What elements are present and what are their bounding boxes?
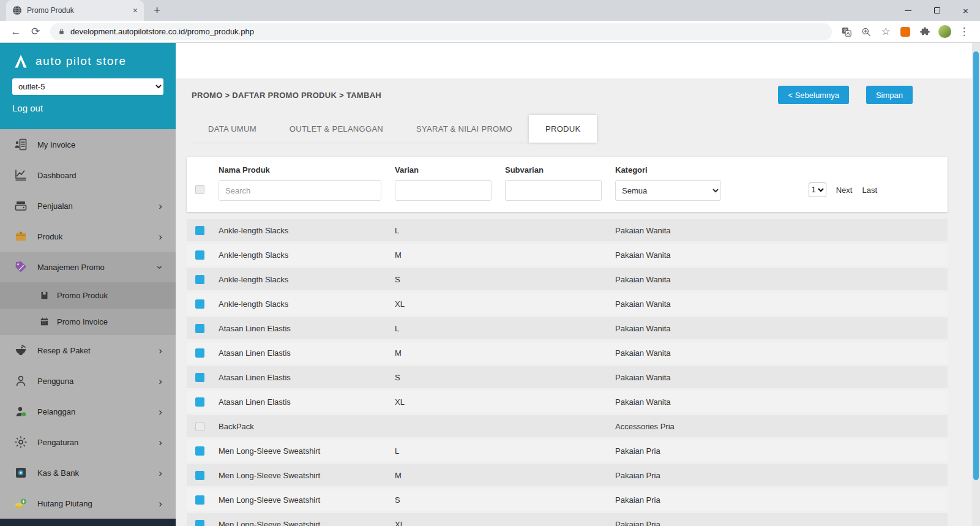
sidebar-item-dashboard[interactable]: Dashboard xyxy=(0,160,176,190)
sidebar-subitem-promo-invoice[interactable]: Promo Invoice xyxy=(0,309,176,335)
customers-icon xyxy=(13,404,28,419)
subvarian-input[interactable] xyxy=(505,180,602,201)
profile-avatar[interactable] xyxy=(935,25,954,38)
table-row[interactable]: Atasan Linen ElastisSPakaian Wanita xyxy=(187,366,948,388)
row-checkbox[interactable] xyxy=(195,373,204,382)
page-scrollbar[interactable] xyxy=(972,43,980,526)
sidebar-item-penjualan[interactable]: Penjualan› xyxy=(0,190,176,221)
cell-varian: M xyxy=(395,471,505,480)
dashboard-icon xyxy=(13,168,28,182)
cell-name: Ankle-length Slacks xyxy=(219,226,395,235)
cell-kategori: Pakaian Pria xyxy=(615,446,948,456)
sidebar-item-label: Pengguna xyxy=(37,377,73,386)
table-row[interactable]: Men Long-Sleeve SweatshirtMPakaian Pria xyxy=(187,464,948,486)
table-row[interactable]: BackPackAccessories Pria xyxy=(187,415,948,437)
translate-icon[interactable] xyxy=(837,26,856,37)
cell-varian: XL xyxy=(395,299,505,309)
new-tab-button[interactable]: + xyxy=(154,4,160,17)
cell-name: Ankle-length Slacks xyxy=(219,275,395,284)
window-minimize-button[interactable] xyxy=(894,0,922,21)
chevron-down-icon: › xyxy=(155,266,166,269)
save-button[interactable]: Simpan xyxy=(866,86,913,104)
cell-name: Men Long-Sleeve Sweatshirt xyxy=(219,446,395,456)
sidebar-item-manajemen-promo[interactable]: Manajemen Promo› xyxy=(0,252,176,282)
table-row[interactable]: Men Long-Sleeve SweatshirtLPakaian Pria xyxy=(187,440,948,462)
table-row[interactable]: Ankle-length SlacksMPakaian Wanita xyxy=(187,244,948,266)
table-row[interactable]: Men Long-Sleeve SweatshirtXLPakaian Pria xyxy=(187,513,948,526)
chevron-right-icon: › xyxy=(159,468,162,478)
sidebar-item-produk[interactable]: Produk› xyxy=(0,221,176,252)
address-bar[interactable]: development.autopilotstore.co.id/promo_p… xyxy=(50,23,832,40)
cell-varian: S xyxy=(395,495,505,505)
zoom-icon[interactable] xyxy=(856,26,876,37)
row-checkbox[interactable] xyxy=(195,471,204,480)
tab-produk[interactable]: PRODUK xyxy=(529,115,597,143)
row-checkbox[interactable] xyxy=(195,422,204,431)
sidebar-subitem-promo-produk[interactable]: Promo Produk xyxy=(0,282,176,309)
chevron-right-icon: › xyxy=(159,201,162,211)
table-row[interactable]: Men Long-Sleeve SweatshirtSPakaian Pria xyxy=(187,489,948,511)
row-checkbox[interactable] xyxy=(195,495,204,505)
sidebar-item-pengguna[interactable]: Pengguna› xyxy=(0,366,176,396)
row-checkbox[interactable] xyxy=(195,348,204,358)
row-checkbox[interactable] xyxy=(195,226,204,235)
table-row[interactable]: Atasan Linen ElastisLPakaian Wanita xyxy=(187,317,948,339)
table-row[interactable]: Ankle-length SlacksSPakaian Wanita xyxy=(187,268,948,290)
row-checkbox[interactable] xyxy=(195,446,204,456)
browser-menu-icon[interactable]: ⋮ xyxy=(954,25,974,38)
sidebar-item-pengaturan[interactable]: Pengaturan› xyxy=(0,427,176,457)
reload-button[interactable]: ⟳ xyxy=(26,25,45,38)
main-content: PROMO > DAFTAR PROMO PRODUK > TAMBAH < S… xyxy=(176,43,980,526)
row-checkbox[interactable] xyxy=(195,520,204,526)
cell-kategori: Pakaian Wanita xyxy=(615,275,948,284)
row-checkbox[interactable] xyxy=(195,250,204,260)
bookmark-star-icon[interactable]: ☆ xyxy=(876,25,896,38)
cell-varian: L xyxy=(395,446,505,456)
row-checkbox[interactable] xyxy=(195,324,204,333)
table-row[interactable]: Ankle-length SlacksLPakaian Wanita xyxy=(187,219,948,241)
scrollbar-thumb[interactable] xyxy=(973,51,979,480)
chevron-right-icon: › xyxy=(159,376,162,386)
next-page-link[interactable]: Next xyxy=(836,186,853,195)
sidebar-item-hutang-piutang[interactable]: Hutang Piutang› xyxy=(0,488,176,519)
table-row[interactable]: Ankle-length SlacksXLPakaian Wanita xyxy=(187,293,948,315)
subvarian-label: Subvarian xyxy=(505,165,615,175)
sidebar-item-label: My Invoice xyxy=(37,140,75,149)
sidebar-item-resep-paket[interactable]: Resep & Paket› xyxy=(0,335,176,366)
cell-kategori: Pakaian Wanita xyxy=(615,348,948,358)
sidebar-item-kas-bank[interactable]: Kas & Bank› xyxy=(0,457,176,488)
tab-title: Promo Produk xyxy=(27,6,128,15)
cell-name: Men Long-Sleeve Sweatshirt xyxy=(219,471,395,480)
extension-orange-icon[interactable] xyxy=(896,27,915,37)
tab-syarat-nilai-promo[interactable]: SYARAT & NILAI PROMO xyxy=(400,115,529,143)
window-maximize-button[interactable] xyxy=(922,0,951,21)
varian-input[interactable] xyxy=(395,180,492,201)
sidebar-item-my-invoice[interactable]: My Invoice xyxy=(0,129,176,160)
row-checkbox[interactable] xyxy=(195,299,204,309)
row-checkbox[interactable] xyxy=(195,397,204,407)
tab-close-icon[interactable]: × xyxy=(133,6,138,15)
browser-tab[interactable]: Promo Produk × xyxy=(6,0,144,21)
sidebar-nav: My InvoiceDashboardPenjualan›Produk›Mana… xyxy=(0,129,176,519)
page-select[interactable]: 1 xyxy=(809,182,826,197)
table-row[interactable]: Atasan Linen ElastisXLPakaian Wanita xyxy=(187,391,948,413)
window-close-button[interactable]: × xyxy=(951,0,980,21)
extensions-puzzle-icon[interactable] xyxy=(915,26,935,37)
cell-kategori: Accessories Pria xyxy=(615,422,948,431)
last-page-link[interactable]: Last xyxy=(862,186,877,195)
tab-outlet-pelanggan[interactable]: OUTLET & PELANGGAN xyxy=(273,115,400,143)
back-button[interactable]: ← xyxy=(6,26,26,38)
chevron-right-icon: › xyxy=(159,437,162,448)
kategori-select[interactable]: Semua xyxy=(615,180,721,201)
sidebar-item-pelanggan[interactable]: Pelanggan› xyxy=(0,396,176,427)
tab-data-umum[interactable]: DATA UMUM xyxy=(192,115,273,143)
outlet-select[interactable]: outlet-5 xyxy=(12,78,163,95)
row-checkbox[interactable] xyxy=(195,275,204,284)
nama-produk-input[interactable] xyxy=(219,180,381,201)
promo-produk-icon xyxy=(39,290,50,301)
logout-link[interactable]: Log out xyxy=(12,103,163,113)
select-all-checkbox[interactable] xyxy=(195,185,204,194)
previous-button[interactable]: < Sebelumnya xyxy=(778,86,848,104)
cell-name: BackPack xyxy=(219,422,395,431)
table-row[interactable]: Atasan Linen ElastisMPakaian Wanita xyxy=(187,342,948,364)
